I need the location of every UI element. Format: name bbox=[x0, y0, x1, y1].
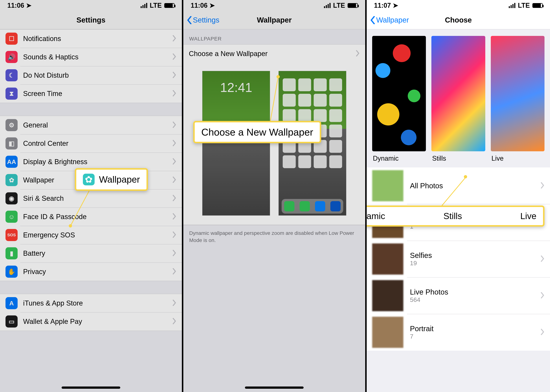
settings-row-label: Display & Brightness bbox=[23, 158, 172, 166]
album-title: Portrait bbox=[410, 325, 541, 333]
settings-row-general[interactable]: ⚙General bbox=[0, 116, 182, 134]
chevron-right-icon bbox=[541, 182, 544, 189]
album-thumbnail bbox=[372, 170, 403, 201]
status-right: LTE bbox=[324, 2, 358, 9]
status-time: 11:06 ➤ bbox=[7, 2, 32, 9]
album-title: Live Photos bbox=[410, 288, 541, 296]
itunes-icon: A bbox=[6, 297, 18, 309]
status-time: 11:06 ➤ bbox=[191, 2, 215, 9]
chevron-right-icon bbox=[172, 122, 176, 129]
chevron-left-icon bbox=[187, 16, 192, 24]
status-time: 11:07 ➤ bbox=[374, 2, 398, 9]
album-title: All Photos bbox=[410, 182, 541, 190]
signal-icon bbox=[324, 3, 330, 8]
chevron-right-icon bbox=[172, 177, 176, 183]
category-label: Live bbox=[491, 151, 544, 166]
siri-icon: ◉ bbox=[6, 192, 18, 204]
wallpaper-icon: ✿ bbox=[6, 174, 18, 186]
settings-row-privacy[interactable]: ✋Privacy bbox=[0, 262, 182, 281]
preview-lock-screen[interactable]: 12:41 bbox=[202, 71, 270, 216]
category-live[interactable]: Live bbox=[491, 36, 544, 166]
back-button[interactable]: Wallpaper bbox=[370, 16, 409, 24]
footer-note: Dynamic wallpaper and perspective zoom a… bbox=[183, 225, 365, 248]
settings-row-itunes[interactable]: AiTunes & App Store bbox=[0, 294, 182, 312]
chevron-right-icon bbox=[172, 231, 176, 238]
chevron-right-icon bbox=[172, 318, 176, 325]
annotation-dot bbox=[464, 175, 467, 178]
back-label: Wallpaper bbox=[376, 16, 409, 24]
settings-row-faceid[interactable]: ☺Face ID & Passcode bbox=[0, 208, 182, 226]
settings-row-notifications[interactable]: ☐Notifications bbox=[0, 29, 182, 48]
category-label: Stills bbox=[431, 151, 485, 166]
battery-icon: ▮ bbox=[6, 247, 18, 259]
location-icon: ➤ bbox=[209, 2, 215, 9]
chevron-right-icon bbox=[172, 250, 176, 257]
settings-row-label: General bbox=[23, 121, 172, 129]
settings-row-wallet[interactable]: ▭Wallet & Apple Pay bbox=[0, 312, 182, 331]
settings-row-label: Battery bbox=[23, 250, 172, 257]
section-header: WALLPAPER bbox=[183, 29, 365, 44]
album-row-selfies[interactable]: Selfies19 bbox=[367, 241, 550, 277]
home-indicator[interactable] bbox=[245, 386, 304, 389]
screentime-icon: ⧗ bbox=[6, 88, 18, 100]
status-bar: 11:06 ➤ LTE bbox=[183, 0, 365, 11]
chevron-right-icon bbox=[541, 256, 544, 262]
back-button[interactable]: Settings bbox=[187, 16, 220, 24]
status-right: LTE bbox=[141, 2, 175, 9]
nav-bar: Settings bbox=[0, 11, 182, 29]
settings-row-dnd[interactable]: ☾Do Not Disturb bbox=[0, 66, 182, 84]
album-row-livephotos[interactable]: Live Photos564 bbox=[367, 277, 550, 314]
settings-row-label: Siri & Search bbox=[23, 195, 172, 203]
chevron-right-icon bbox=[172, 158, 176, 165]
settings-group: AiTunes & App Store▭Wallet & Apple Pay bbox=[0, 294, 182, 331]
settings-row-label: Sounds & Haptics bbox=[23, 53, 172, 61]
callout-stills: Stills bbox=[443, 211, 462, 221]
settings-row-sounds[interactable]: 🔊Sounds & Haptics bbox=[0, 48, 182, 66]
chevron-right-icon bbox=[172, 54, 176, 60]
chevron-right-icon bbox=[172, 140, 176, 147]
settings-row-label: Notifications bbox=[23, 35, 172, 43]
settings-row-sos[interactable]: SOSEmergency SOS bbox=[0, 226, 182, 244]
nav-bar: Settings Wallpaper bbox=[183, 11, 365, 29]
row-choose-new[interactable]: Choose a New Wallpaper bbox=[183, 44, 365, 63]
back-label: Settings bbox=[193, 16, 220, 24]
wallpaper-icon: ✿ bbox=[83, 174, 95, 185]
album-row-portrait[interactable]: Portrait7 bbox=[367, 314, 550, 350]
status-right: LTE bbox=[509, 2, 543, 9]
nav-bar: Wallpaper Choose bbox=[367, 11, 550, 29]
albums-list: All PhotosFavorites1Selfies19Live Photos… bbox=[367, 168, 550, 350]
chevron-right-icon bbox=[172, 213, 176, 220]
category-dynamic[interactable]: Dynamic bbox=[372, 36, 426, 166]
settings-row-label: Do Not Disturb bbox=[23, 71, 172, 79]
annotation-dot bbox=[277, 75, 280, 78]
annotation-dot bbox=[69, 224, 72, 228]
battery-icon bbox=[532, 3, 543, 8]
annotation-callout-categories: Dynamic Stills Live bbox=[367, 205, 544, 227]
dnd-icon: ☾ bbox=[6, 69, 18, 81]
chevron-right-icon bbox=[172, 195, 176, 202]
callout-live: Live bbox=[520, 211, 536, 221]
page-title: Settings bbox=[77, 16, 105, 24]
album-title: Selfies bbox=[410, 251, 541, 259]
settings-row-label: Emergency SOS bbox=[23, 231, 172, 239]
settings-row-screentime[interactable]: ⧗Screen Time bbox=[0, 84, 182, 103]
album-thumbnail bbox=[372, 244, 403, 275]
screen-wallpaper: 11:06 ➤ LTE Settings Wallpaper WALLPAPER… bbox=[183, 0, 367, 392]
category-stills[interactable]: Stills bbox=[431, 36, 485, 166]
category-thumb-dynamic bbox=[372, 36, 426, 151]
settings-row-siri[interactable]: ◉Siri & Search bbox=[0, 189, 182, 208]
settings-row-battery[interactable]: ▮Battery bbox=[0, 244, 182, 262]
category-thumb-live bbox=[491, 36, 544, 151]
network-label: LTE bbox=[518, 2, 530, 9]
album-count: 564 bbox=[410, 296, 541, 303]
category-label: Dynamic bbox=[372, 151, 426, 166]
callout-label: Choose a New Wallpaper bbox=[201, 126, 313, 138]
home-indicator[interactable] bbox=[62, 386, 120, 389]
controlcenter-icon: ◧ bbox=[6, 137, 18, 149]
display-icon: AA bbox=[6, 156, 18, 168]
sounds-icon: 🔊 bbox=[6, 51, 18, 63]
preview-home-screen[interactable] bbox=[279, 71, 346, 216]
category-thumb-stills bbox=[431, 36, 485, 151]
settings-row-controlcenter[interactable]: ◧Control Center bbox=[0, 134, 182, 153]
settings-row-label: Screen Time bbox=[23, 90, 172, 98]
